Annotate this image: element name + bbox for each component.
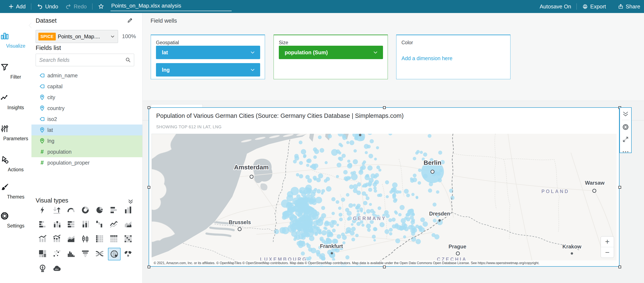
visual-type-waterfall[interactable] xyxy=(94,218,106,230)
resize-handle[interactable] xyxy=(148,106,150,109)
field-item-iso2[interactable]: iso2 xyxy=(32,114,142,124)
field-item-lng[interactable]: lng xyxy=(32,136,142,146)
share-button[interactable]: Share xyxy=(618,3,640,10)
more-options-icon[interactable] xyxy=(622,148,629,155)
visual-type-bar-v-100[interactable] xyxy=(80,218,91,230)
resize-handle[interactable] xyxy=(148,186,150,189)
visual-type-gauge[interactable] xyxy=(65,204,77,216)
field-well-geospatial[interactable]: Geospatial lat lng xyxy=(151,34,265,79)
export-button[interactable]: Export xyxy=(582,3,606,10)
visual-type-area-stacked[interactable] xyxy=(65,233,77,245)
visual-type-donut[interactable] xyxy=(80,204,91,216)
pin-icon xyxy=(38,94,46,100)
resize-handle[interactable] xyxy=(383,266,386,268)
field-item-country[interactable]: country xyxy=(32,103,142,114)
well-pill-lat[interactable]: lat xyxy=(156,46,260,59)
collapse-menu-icon[interactable] xyxy=(622,110,629,118)
dataset-selector[interactable]: SPICE Points_on_Map.... xyxy=(36,30,118,43)
field-item-lat[interactable]: lat xyxy=(32,124,142,136)
undo-button[interactable]: Undo xyxy=(37,3,58,10)
redo-button[interactable]: Redo xyxy=(65,3,86,10)
add-dimension-link[interactable]: Add a dimension here xyxy=(402,55,452,62)
field-item-population_proper[interactable]: #population_proper xyxy=(32,157,142,168)
sidebar-item-actions[interactable]: Actions xyxy=(0,155,32,178)
pill-label: lng xyxy=(162,67,250,73)
hash-icon: # xyxy=(38,160,46,166)
field-name: capital xyxy=(48,84,62,90)
map-label-berlin: Berlin xyxy=(424,159,441,166)
visual-type-kpi[interactable] xyxy=(51,204,63,216)
sidebar-item-themes[interactable]: Themes xyxy=(0,182,32,205)
field-name: lat xyxy=(48,127,53,133)
analysis-title-input[interactable]: Points_on_Map.xlsx analysis xyxy=(110,2,232,11)
visual-type-area[interactable] xyxy=(122,218,134,230)
visual-type-combo-stacked[interactable] xyxy=(51,233,63,245)
collapse-visual-types-icon[interactable] xyxy=(128,198,134,204)
maximize-icon[interactable] xyxy=(622,136,629,143)
visual-type-bar-h[interactable] xyxy=(108,204,120,216)
visual-type-auto-graph[interactable] xyxy=(37,204,48,216)
field-name: iso2 xyxy=(48,116,57,122)
resize-handle[interactable] xyxy=(383,106,386,109)
sidebar-item-label: Actions xyxy=(0,167,32,172)
visual-type-pivot-col[interactable] xyxy=(94,233,106,245)
map-attribution: © 2021, Amazon.com, Inc. or its affiliat… xyxy=(152,260,616,266)
field-well-color[interactable]: ColorAdd a dimension here xyxy=(396,34,510,79)
sidebar-item-visualize[interactable]: Visualize xyxy=(0,31,32,54)
well-pill-lng[interactable]: lng xyxy=(156,63,260,76)
visual-type-bar-h-100[interactable] xyxy=(65,218,77,230)
sidebar-item-filter[interactable]: Filter xyxy=(0,62,32,85)
sidebar-item-parameters[interactable]: Parameters xyxy=(0,124,32,147)
visual-type-bar-h-stacked[interactable] xyxy=(37,218,48,230)
sidebar-item-label: Parameters xyxy=(0,136,32,142)
format-visual-gear-icon[interactable] xyxy=(622,124,629,130)
visual-type-combo[interactable] xyxy=(37,233,48,245)
zoom-in-button[interactable]: + xyxy=(601,236,614,247)
sidebar-item-settings[interactable]: Settings xyxy=(0,211,32,234)
favorite-star-icon[interactable] xyxy=(98,3,104,10)
visual-type-bar-v-stacked[interactable] xyxy=(51,218,63,230)
visual-type-pivot-grid[interactable] xyxy=(122,233,134,245)
field-item-capital[interactable]: capital xyxy=(32,81,142,92)
field-well-size[interactable]: Size population (Sum) xyxy=(274,34,388,79)
autosave-toggle[interactable]: Autosave On xyxy=(540,3,571,10)
search-fields-input[interactable] xyxy=(36,57,125,63)
map-label-krakow: Krakow xyxy=(562,244,582,250)
map-label-frankfurt: Frankfurt xyxy=(320,243,343,249)
printer-icon xyxy=(582,4,588,10)
visual-type-heatmap[interactable] xyxy=(108,233,120,245)
zoom-out-button[interactable]: − xyxy=(601,247,614,258)
field-item-population[interactable]: #population xyxy=(32,146,142,157)
visual-type-insights-bulb[interactable] xyxy=(37,262,48,274)
visual-type-funnel[interactable] xyxy=(80,248,91,260)
visual-type-sankey[interactable] xyxy=(94,248,106,260)
sidebar-item-label: Filter xyxy=(0,74,32,80)
measure-hash-icon: # xyxy=(40,160,44,166)
visual-type-scatter[interactable] xyxy=(51,248,63,260)
visual-type-boxplot[interactable] xyxy=(80,233,91,245)
visual-type-word-cloud[interactable]: abc xyxy=(51,262,63,274)
points-on-map-canvas[interactable]: AmsterdamBrusselsBerlinWarsawDresdenFran… xyxy=(152,134,616,266)
measure-hash-icon: # xyxy=(40,149,44,155)
edit-dataset-icon[interactable] xyxy=(127,17,133,24)
visual-type-pie[interactable] xyxy=(94,204,106,216)
map-label-warsaw: Warsaw xyxy=(585,180,604,186)
map-visual-card[interactable]: Population of Various German Cities (Sou… xyxy=(149,107,620,267)
resize-handle[interactable] xyxy=(618,186,621,189)
map-label-germany: GERMANY xyxy=(353,216,386,221)
visual-type-histogram[interactable] xyxy=(65,248,77,260)
visual-type-filled-map[interactable] xyxy=(122,248,134,260)
add-button[interactable]: Add xyxy=(8,3,26,10)
resize-handle[interactable] xyxy=(148,266,150,268)
field-item-city[interactable]: city xyxy=(32,92,142,103)
visual-type-bar-v[interactable] xyxy=(122,204,134,216)
resize-handle[interactable] xyxy=(618,266,621,268)
visual-type-treemap[interactable] xyxy=(37,248,48,260)
visual-type-points-on-map[interactable] xyxy=(108,248,120,260)
sidebar-item-insights[interactable]: Insights xyxy=(0,93,32,116)
main-area: Field wells Geospatial lat lng Size popu… xyxy=(142,13,644,283)
field-item-admin_name[interactable]: admin_name xyxy=(32,70,142,81)
well-pill-population--sum-[interactable]: population (Sum) xyxy=(279,46,383,59)
visual-type-line[interactable] xyxy=(108,218,120,230)
sidebar-item-label: Insights xyxy=(0,105,32,110)
